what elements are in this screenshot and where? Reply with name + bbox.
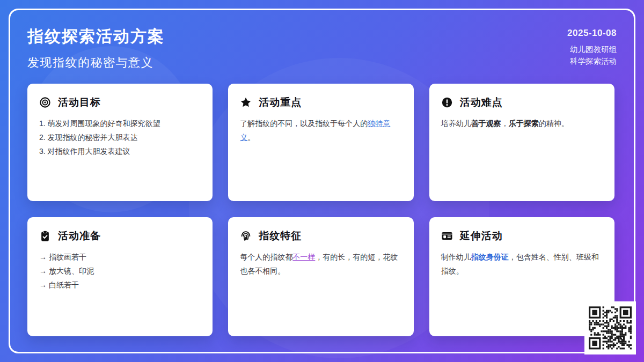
text-segment: ，: [501, 119, 509, 128]
list-item: 2. 发现指纹的秘密并大胆表达: [39, 130, 201, 144]
text-segment: 指纹身份证: [471, 253, 509, 261]
card-header: 指纹特征: [240, 229, 401, 243]
qr-code: [584, 301, 636, 354]
card-goals: 活动目标 1. 萌发对周围现象的好奇和探究欲望2. 发现指纹的秘密并大胆表达3.…: [27, 84, 213, 201]
star-icon: [240, 97, 252, 108]
card-text: 了解指纹的不同，以及指纹于每个人的独特意义。: [240, 116, 401, 144]
list-item: 3. 对指纹作用大胆发表建议: [39, 144, 201, 158]
card-body: 培养幼儿善于观察，乐于探索的精神。: [441, 116, 603, 130]
list-item: → 白纸若干: [39, 278, 201, 292]
text-link[interactable]: 不一样: [292, 253, 315, 261]
header-meta: 2025-10-08 幼儿园教研组 科学探索活动: [567, 28, 617, 67]
card-text: 培养幼儿善于观察，乐于探索的精神。: [441, 116, 603, 130]
list-item: 1. 萌发对周围现象的好奇和探究欲望: [39, 116, 201, 130]
card-preparation: 活动准备 → 指纹画若干→ 放大镜、印泥→ 白纸若干: [27, 217, 213, 336]
exclamation-circle-icon: [441, 97, 453, 108]
card-body: 每个人的指纹都不一样，有的长，有的短，花纹也各不相同。: [240, 250, 401, 278]
card-header: 活动准备: [39, 229, 201, 243]
meta-org: 幼儿园教研组: [567, 43, 617, 55]
list-item: → 指纹画若干: [39, 250, 201, 264]
text-segment: 的精神。: [539, 119, 569, 128]
clipboard-check-icon: [39, 230, 51, 242]
text-segment: 善于观察: [471, 119, 501, 128]
card-body: 制作幼儿指纹身份证，包含姓名、性别、班级和指纹。: [441, 250, 603, 278]
id-card-icon: [441, 230, 453, 242]
text-segment: 。: [247, 133, 255, 142]
card-header: 活动重点: [240, 95, 401, 109]
fingerprint-icon: [240, 230, 252, 242]
card-title: 活动重点: [259, 95, 302, 109]
bullseye-icon: [39, 97, 51, 108]
card-difficulty: 活动难点 培养幼儿善于观察，乐于探索的精神。: [429, 84, 614, 201]
card-title: 指纹特征: [259, 229, 302, 243]
poster-page: 指纹探索活动方案 发现指纹的秘密与意义 2025-10-08 幼儿园教研组 科学…: [0, 0, 644, 362]
meta-category: 科学探索活动: [567, 55, 617, 67]
cards-grid: 活动目标 1. 萌发对周围现象的好奇和探究欲望2. 发现指纹的秘密并大胆表达3.…: [27, 84, 614, 336]
meta-date: 2025-10-08: [567, 28, 617, 39]
card-header: 活动目标: [39, 95, 201, 109]
card-text: 每个人的指纹都不一样，有的长，有的短，花纹也各不相同。: [240, 250, 401, 278]
text-segment: 了解指纹的不同，以及指纹于每个人的: [240, 119, 368, 128]
list-item: → 放大镜、印泥: [39, 264, 201, 278]
card-title: 延伸活动: [460, 229, 503, 243]
card-title: 活动目标: [58, 95, 101, 109]
text-segment: 每个人的指纹都: [240, 253, 292, 261]
card-focus: 活动重点 了解指纹的不同，以及指纹于每个人的独特意义。: [228, 84, 413, 201]
card-body: → 指纹画若干→ 放大镜、印泥→ 白纸若干: [39, 250, 201, 292]
text-segment: 乐于探索: [509, 119, 539, 128]
card-title: 活动难点: [460, 95, 503, 109]
header: 指纹探索活动方案 发现指纹的秘密与意义: [27, 26, 165, 71]
text-segment: 制作幼儿: [441, 253, 471, 261]
card-features: 指纹特征 每个人的指纹都不一样，有的长，有的短，花纹也各不相同。: [228, 217, 413, 336]
card-title: 活动准备: [58, 229, 101, 243]
card-header: 延伸活动: [441, 229, 603, 243]
card-text: 制作幼儿指纹身份证，包含姓名、性别、班级和指纹。: [441, 250, 603, 278]
card-body: 1. 萌发对周围现象的好奇和探究欲望2. 发现指纹的秘密并大胆表达3. 对指纹作…: [39, 116, 201, 158]
card-header: 活动难点: [441, 95, 603, 109]
page-title: 指纹探索活动方案: [27, 26, 165, 48]
card-body: 了解指纹的不同，以及指纹于每个人的独特意义。: [240, 116, 401, 144]
page-subtitle: 发现指纹的秘密与意义: [27, 55, 165, 71]
text-segment: 培养幼儿: [441, 119, 471, 128]
